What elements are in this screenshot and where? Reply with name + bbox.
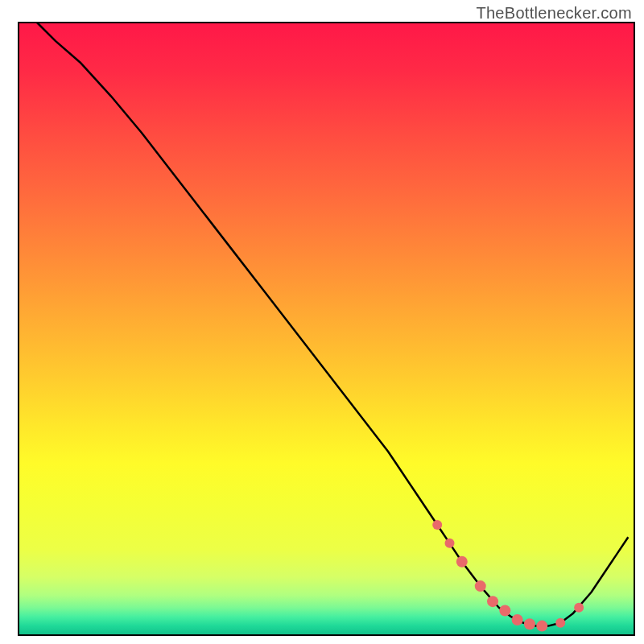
marker-dot [499,605,510,617]
marker-dot [574,603,584,613]
marker-dot [456,556,468,568]
marker-dot [487,596,498,607]
marker-dot [555,618,565,628]
marker-dot [475,580,486,592]
marker-dot [512,614,523,625]
watermark: TheBottlenecker.com [476,4,632,23]
marker-dot [536,621,547,632]
plot-background [19,23,634,635]
marker-dot [524,618,535,630]
bottleneck-chart [0,0,644,644]
marker-dot [432,520,442,530]
chart-svg [0,0,644,644]
marker-dot [445,539,455,548]
